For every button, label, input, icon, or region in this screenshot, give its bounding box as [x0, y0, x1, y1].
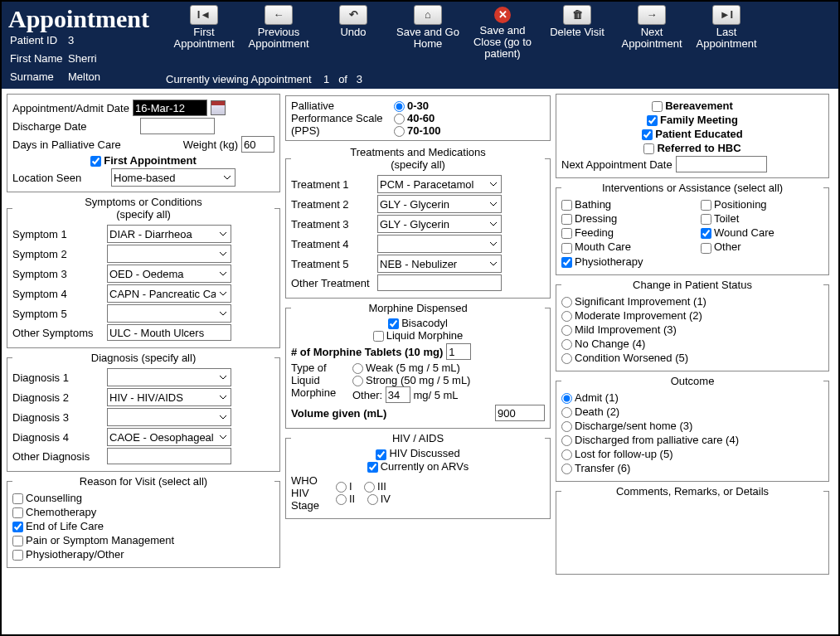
treatment2-label: Treatment 2: [291, 198, 374, 211]
reason-endoflife-check[interactable]: [12, 522, 23, 532]
symptom5-select[interactable]: [107, 304, 231, 323]
symptom4-select[interactable]: CAPN - Pancreatic Cance: [107, 284, 231, 303]
outcome-admit-radio[interactable]: [561, 393, 572, 404]
hiv-stage4-label: IV: [381, 493, 391, 505]
hiv-discussed-check[interactable]: [376, 449, 386, 460]
patient-info: Patient ID3 First NameSherri SurnameMelt…: [10, 32, 100, 86]
other-treatment-input[interactable]: [377, 274, 502, 291]
outcome-palliative-radio[interactable]: [561, 435, 572, 446]
symptom3-select[interactable]: OED - Oedema: [107, 265, 231, 283]
reason-counselling-check[interactable]: [12, 493, 23, 504]
symptom1-select[interactable]: DIAR - Diarrheoa: [107, 225, 231, 243]
interv-toilet-label: Toilet: [714, 212, 739, 225]
calendar-icon[interactable]: [211, 100, 226, 115]
interv-woundcare-check[interactable]: [701, 228, 711, 239]
morphine-vol-input[interactable]: [495, 405, 545, 421]
save-close-button[interactable]: ✕: [494, 7, 511, 23]
previous-appointment-button[interactable]: ←: [265, 5, 293, 25]
outcome-lost-label: Lost for follow-up (5): [575, 448, 673, 460]
symptom2-select[interactable]: [107, 245, 231, 263]
undo-button[interactable]: ↶: [339, 5, 367, 25]
reason-physio-check[interactable]: [12, 550, 23, 561]
weight-input[interactable]: [241, 136, 274, 153]
bereavement-check[interactable]: [652, 101, 663, 112]
reason-title: Reason for Visit (select all): [12, 475, 274, 488]
other-diagnosis-input[interactable]: [107, 448, 231, 464]
treatment2-select[interactable]: GLY - Glycerin: [377, 195, 502, 213]
hiv-stage4-radio[interactable]: [367, 494, 378, 505]
hiv-stage1-radio[interactable]: [336, 482, 347, 493]
diagnosis2-select[interactable]: HIV - HIV/AIDS: [107, 388, 231, 406]
pps-70100-radio[interactable]: [394, 126, 405, 137]
status-mild-radio[interactable]: [561, 325, 572, 336]
last-appointment-button[interactable]: ►I: [712, 5, 740, 25]
symptom5-label: Symptom 5: [12, 308, 104, 320]
reason-physio-label: Physiotherapy/Other: [26, 548, 124, 561]
interv-mouthcare-check[interactable]: [561, 243, 572, 254]
treatment3-select[interactable]: GLY - Glycerin: [377, 215, 502, 233]
pps-030-label: 0-30: [407, 100, 429, 112]
status-mod-radio[interactable]: [561, 311, 572, 322]
interv-other-check[interactable]: [701, 243, 711, 254]
outcome-lost-radio[interactable]: [561, 449, 572, 460]
interv-positioning-check[interactable]: [701, 200, 711, 211]
outcome-fieldset: Outcome Admit (1) Death (2) Discharge/se…: [556, 375, 829, 482]
status-nochange-radio[interactable]: [561, 339, 572, 350]
other-symptoms-input[interactable]: [107, 324, 231, 341]
liquid-morphine-check[interactable]: [373, 331, 384, 342]
pps-4060-label: 40-60: [407, 112, 435, 124]
treatment5-select[interactable]: NEB - Nebulizer: [377, 255, 502, 273]
comments-textarea[interactable]: [561, 500, 823, 566]
status-sig-radio[interactable]: [561, 297, 572, 308]
save-home-button[interactable]: ⌂: [414, 5, 442, 25]
next-appt-date-input[interactable]: [676, 156, 767, 172]
treatment1-select[interactable]: PCM - Paracetamol: [377, 175, 502, 193]
patient-educated-check[interactable]: [642, 129, 653, 140]
admit-date-input[interactable]: [133, 100, 207, 116]
morphine-tabs-input[interactable]: [446, 343, 471, 360]
reason-pain-check[interactable]: [12, 536, 23, 546]
diagnosis1-select[interactable]: [107, 368, 231, 386]
status-worse-radio[interactable]: [561, 353, 572, 364]
hiv-stage-label: WHO HIV Stage: [291, 474, 333, 512]
outcome-palliative-label: Discharged from palliative care (4): [575, 434, 739, 446]
patient-educated-label: Patient Educated: [655, 128, 742, 140]
interv-dressing-check[interactable]: [561, 214, 572, 225]
delete-visit-button[interactable]: 🗑: [563, 5, 591, 25]
bisacodyl-check[interactable]: [388, 318, 399, 329]
outcome-discharge-radio[interactable]: [561, 421, 572, 432]
location-seen-select[interactable]: Home-based: [111, 168, 235, 187]
pps-4060-radio[interactable]: [394, 114, 405, 124]
hiv-arvs-label: Currently on ARVs: [381, 460, 469, 473]
hiv-stage2-radio[interactable]: [336, 494, 347, 505]
morphine-other-input[interactable]: [386, 386, 410, 403]
interv-feeding-check[interactable]: [561, 228, 572, 239]
referred-hbc-check[interactable]: [643, 143, 654, 154]
interv-physio-check[interactable]: [561, 257, 572, 268]
pps-030-radio[interactable]: [394, 101, 405, 112]
diagnosis3-select[interactable]: [107, 408, 231, 426]
hiv-stage3-radio[interactable]: [364, 482, 375, 493]
interv-toilet-check[interactable]: [701, 214, 711, 225]
morphine-weak-radio[interactable]: [352, 363, 363, 374]
status-title: Change in Patient Status: [561, 279, 823, 291]
discharge-date-input[interactable]: [140, 118, 215, 134]
interv-bathing-check[interactable]: [561, 200, 572, 211]
outcome-transfer-label: Transfer (6): [575, 462, 630, 474]
diagnosis4-select[interactable]: CAOE - Oesophageal Car: [107, 428, 231, 446]
delete-visit-label: Delete Visit: [543, 27, 611, 38]
outcome-transfer-radio[interactable]: [561, 464, 572, 474]
interventions-fieldset: Interventions or Assistance (select all)…: [556, 182, 829, 274]
treatment1-label: Treatment 1: [291, 178, 374, 191]
first-appointment-check[interactable]: [90, 156, 101, 167]
treatment4-select[interactable]: [377, 235, 502, 253]
first-appointment-button[interactable]: I◄: [190, 5, 218, 25]
reason-chemo-check[interactable]: [12, 507, 23, 518]
hiv-arvs-check[interactable]: [367, 462, 378, 473]
family-meeting-check[interactable]: [647, 115, 658, 126]
morphine-strong-radio[interactable]: [352, 376, 363, 386]
outcome-death-radio[interactable]: [561, 407, 572, 418]
next-appointment-button[interactable]: →: [638, 5, 666, 25]
status-mod-label: Moderate Improvement (2): [575, 309, 702, 322]
status-sig-label: Significant Improvement (1): [575, 295, 706, 308]
